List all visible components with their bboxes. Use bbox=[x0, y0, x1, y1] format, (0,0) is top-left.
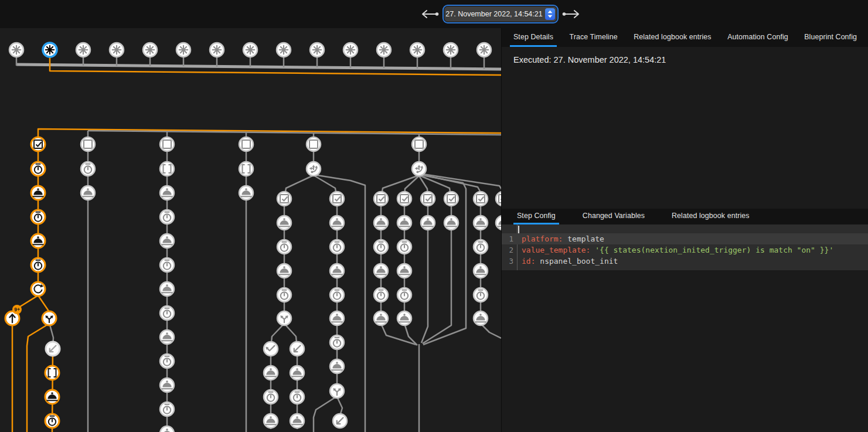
trigger-node-asterisk-icon[interactable] bbox=[277, 43, 291, 57]
graph-node-timer-icon[interactable] bbox=[31, 258, 45, 272]
next-run-button[interactable] bbox=[561, 8, 581, 20]
graph-node-timer-icon[interactable] bbox=[330, 335, 344, 349]
graph-node-checkbox-icon[interactable] bbox=[496, 192, 501, 206]
graph-node-cloche-icon[interactable] bbox=[330, 311, 344, 325]
graph-node-arrow-up-icon[interactable]: 9+ bbox=[5, 305, 22, 325]
main-tab-related-logbook-entries[interactable]: Related logbook entries bbox=[630, 28, 715, 47]
graph-node-split-icon[interactable] bbox=[277, 311, 291, 325]
graph-node-timer-icon[interactable] bbox=[474, 240, 488, 254]
graph-node-cloche-icon[interactable] bbox=[421, 216, 435, 230]
graph-node-cloche-icon[interactable] bbox=[474, 311, 488, 325]
graph-node-brackets-icon[interactable] bbox=[160, 162, 174, 176]
graph-node-timer-icon[interactable] bbox=[81, 162, 95, 176]
graph-node-checkbox-icon[interactable] bbox=[444, 192, 458, 206]
graph-node-timer-icon[interactable] bbox=[290, 390, 304, 404]
trigger-node-asterisk-icon[interactable] bbox=[477, 43, 491, 57]
trigger-node-asterisk-icon[interactable] bbox=[243, 43, 257, 57]
graph-node-checkbox-icon[interactable] bbox=[330, 192, 344, 206]
graph-node-cloche-icon[interactable] bbox=[496, 216, 501, 230]
graph-node-cloche-icon[interactable] bbox=[474, 216, 488, 230]
graph-node-choose-icon[interactable] bbox=[307, 162, 321, 176]
sub-tab-step-config[interactable]: Step Config bbox=[513, 209, 559, 224]
graph-node-cloche-icon[interactable] bbox=[277, 216, 291, 230]
trigger-node-asterisk-icon[interactable] bbox=[43, 43, 57, 57]
graph-node-cloche-icon[interactable] bbox=[330, 359, 344, 373]
graph-node-cloche-icon[interactable] bbox=[397, 264, 411, 278]
graph-node-arrow-check-icon[interactable] bbox=[264, 342, 278, 356]
graph-node-cloche-icon[interactable] bbox=[264, 414, 278, 428]
graph-node-cloche-icon[interactable] bbox=[160, 378, 174, 392]
graph-node-brackets-icon[interactable] bbox=[45, 366, 59, 380]
previous-run-button[interactable] bbox=[420, 8, 440, 20]
graph-node-timer-icon[interactable] bbox=[160, 306, 174, 320]
graph-node-timer-icon[interactable] bbox=[264, 390, 278, 404]
graph-node-timer-icon[interactable] bbox=[474, 288, 488, 302]
graph-node-timer-icon[interactable] bbox=[397, 240, 411, 254]
graph-node-cloche-icon[interactable] bbox=[160, 234, 174, 248]
graph-node-arrow-bl-icon[interactable] bbox=[290, 342, 304, 356]
main-tab-trace-timeline[interactable]: Trace Timeline bbox=[566, 28, 621, 47]
graph-node-cloche-icon[interactable] bbox=[45, 390, 59, 404]
graph-node-choose-icon[interactable] bbox=[412, 162, 426, 176]
main-tab-step-details[interactable]: Step Details bbox=[510, 28, 557, 47]
graph-node-timer-icon[interactable] bbox=[160, 402, 174, 416]
graph-node-square-icon[interactable] bbox=[81, 137, 95, 151]
graph-node-timer-icon[interactable] bbox=[397, 288, 411, 302]
graph-node-cloche-icon[interactable] bbox=[31, 186, 45, 200]
graph-node-cloche-icon[interactable] bbox=[290, 414, 304, 428]
graph-node-timer-icon[interactable] bbox=[374, 240, 388, 254]
graph-node-cloche-icon[interactable] bbox=[239, 186, 253, 200]
graph-node-cloche-icon[interactable] bbox=[330, 216, 344, 230]
yaml-editor[interactable]: 1platform: template2value_template: '{{ … bbox=[502, 224, 868, 270]
trigger-node-asterisk-icon[interactable] bbox=[210, 43, 224, 57]
trigger-node-asterisk-icon[interactable] bbox=[377, 43, 391, 57]
graph-node-cloche-icon[interactable] bbox=[374, 311, 388, 325]
graph-node-cloche-icon[interactable] bbox=[264, 366, 278, 380]
graph-node-square-icon[interactable] bbox=[160, 137, 174, 151]
graph-node-timer-icon[interactable] bbox=[374, 288, 388, 302]
graph-node-cloche-icon[interactable] bbox=[374, 216, 388, 230]
trigger-node-asterisk-icon[interactable] bbox=[444, 43, 458, 57]
graph-node-checkbox-icon[interactable] bbox=[277, 192, 291, 206]
trigger-node-asterisk-icon[interactable] bbox=[176, 43, 190, 57]
graph-node-cloche-icon[interactable] bbox=[397, 216, 411, 230]
graph-node-square-icon[interactable] bbox=[412, 137, 426, 151]
graph-node-checkbox-icon[interactable] bbox=[31, 137, 45, 151]
graph-node-cloche-icon[interactable] bbox=[160, 282, 174, 296]
graph-node-timer-icon[interactable] bbox=[160, 258, 174, 272]
graph-node-checkbox-icon[interactable] bbox=[474, 192, 488, 206]
graph-node-cloche-icon[interactable] bbox=[397, 311, 411, 325]
graph-node-timer-icon[interactable] bbox=[277, 288, 291, 302]
trigger-node-asterisk-icon[interactable] bbox=[76, 43, 90, 57]
trigger-node-asterisk-icon[interactable] bbox=[9, 43, 23, 57]
trigger-node-asterisk-icon[interactable] bbox=[110, 43, 124, 57]
graph-node-timer-icon[interactable] bbox=[277, 240, 291, 254]
main-tab-blueprint-config[interactable]: Blueprint Config bbox=[801, 28, 860, 47]
trigger-node-asterisk-icon[interactable] bbox=[310, 43, 324, 57]
graph-node-timer-icon[interactable] bbox=[160, 354, 174, 368]
graph-node-timer-icon[interactable] bbox=[330, 288, 344, 302]
sub-tab-related-logbook-entries[interactable]: Related logbook entries bbox=[668, 209, 753, 224]
graph-node-timer-icon[interactable] bbox=[160, 210, 174, 224]
graph-node-arrow-bl-icon[interactable] bbox=[333, 414, 347, 428]
graph-node-cloche-icon[interactable] bbox=[160, 426, 174, 432]
graph-node-timer-icon[interactable] bbox=[31, 210, 45, 224]
graph-node-split-icon[interactable] bbox=[330, 384, 344, 398]
graph-node-timer-icon[interactable] bbox=[45, 414, 59, 428]
graph-node-cloche-icon[interactable] bbox=[444, 216, 458, 230]
graph-node-timer-icon[interactable] bbox=[31, 162, 45, 176]
run-date-select[interactable]: 27. November 2022, 14:54:21 bbox=[444, 6, 557, 22]
trigger-node-asterisk-icon[interactable] bbox=[143, 43, 157, 57]
graph-node-cloche-icon[interactable] bbox=[81, 186, 95, 200]
graph-node-checkbox-icon[interactable] bbox=[374, 192, 388, 206]
graph-node-cloche-icon[interactable] bbox=[31, 234, 45, 248]
graph-node-refresh-icon[interactable] bbox=[31, 282, 45, 296]
graph-node-cloche-icon[interactable] bbox=[277, 264, 291, 278]
graph-node-square-icon[interactable] bbox=[239, 137, 253, 151]
graph-node-split-icon[interactable] bbox=[42, 311, 56, 325]
trigger-node-asterisk-icon[interactable] bbox=[343, 43, 358, 57]
graph-node-timer-icon[interactable] bbox=[330, 240, 344, 254]
graph-node-arrow-bl-icon[interactable] bbox=[46, 342, 60, 356]
graph-node-cloche-icon[interactable] bbox=[474, 264, 488, 278]
graph-node-checkbox-icon[interactable] bbox=[421, 192, 435, 206]
